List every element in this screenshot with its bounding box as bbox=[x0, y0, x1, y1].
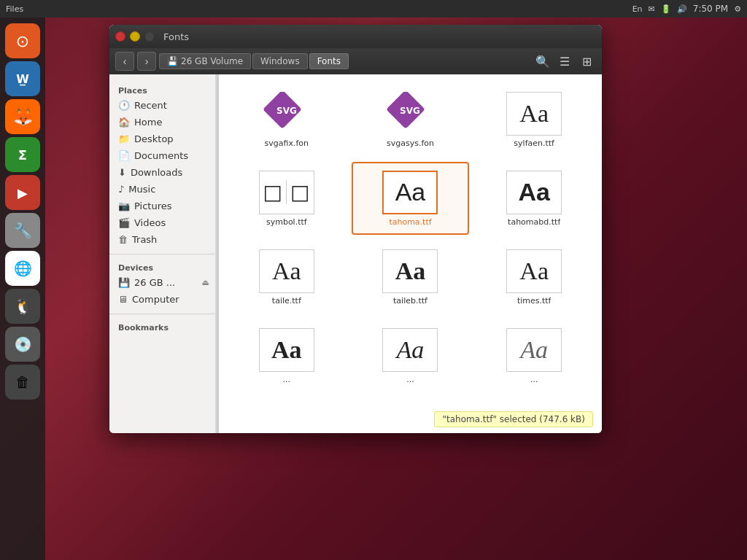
font-preview-tahoma: Aa bbox=[382, 171, 438, 214]
symbol-preview-left: □ bbox=[260, 180, 287, 204]
file-item-svgafix[interactable]: SVG svgafix.fon bbox=[228, 83, 346, 156]
breadcrumb-fonts[interactable]: Fonts bbox=[309, 53, 349, 69]
search-button[interactable]: 🔍 bbox=[533, 52, 552, 71]
file-name-extra3: ... bbox=[530, 375, 538, 384]
toolbar: ‹ › 💾 26 GB Volume Windows Fonts 🔍 ☰ ⊞ bbox=[109, 48, 602, 74]
file-item-extra3[interactable]: Aa ... bbox=[475, 319, 593, 392]
topbar-right: En ✉ 🔋 🔊 7:50 PM ⚙ bbox=[632, 4, 741, 14]
topbar-left: Files bbox=[6, 4, 23, 14]
sidebar-item-downloads[interactable]: ⬇ Downloads bbox=[109, 164, 218, 181]
home-icon: 🏠 bbox=[118, 117, 130, 128]
volume-disk-icon: 💾 bbox=[118, 277, 130, 288]
font-preview-tahomabd: Aa bbox=[506, 171, 562, 214]
sidebar-divider-2 bbox=[109, 314, 218, 314]
sidebar-item-trash[interactable]: 🗑 Trash bbox=[109, 231, 218, 248]
file-item-taile[interactable]: Aa taile.ttf bbox=[228, 241, 346, 314]
forward-button[interactable]: › bbox=[137, 52, 156, 71]
desktop-icon: 📁 bbox=[118, 133, 130, 144]
trash-icon: 🗑 bbox=[118, 234, 128, 245]
sidebar-item-home[interactable]: 🏠 Home bbox=[109, 114, 218, 131]
music-icon: ♪ bbox=[118, 184, 124, 195]
launcher-penguin[interactable]: 🐧 bbox=[5, 289, 40, 324]
file-item-svgasys[interactable]: SVG svgasys.fon bbox=[352, 83, 470, 156]
file-item-tahoma[interactable]: Aa tahoma.ttf bbox=[352, 162, 470, 235]
file-name-svgasys: svgasys.fon bbox=[387, 139, 434, 148]
font-preview-extra3: Aa bbox=[506, 328, 562, 372]
symbol-preview-right: □ bbox=[287, 180, 314, 204]
font-preview-taile: Aa bbox=[259, 249, 314, 293]
file-item-symbol[interactable]: □ □ symbol.ttf bbox=[228, 162, 346, 235]
launcher-writer[interactable]: W̲ bbox=[5, 61, 40, 96]
titlebar: Fonts bbox=[109, 25, 602, 48]
maximize-button[interactable] bbox=[144, 31, 155, 42]
places-section: Places 🕐 Recent 🏠 Home 📁 Desktop 📄 Docum… bbox=[109, 80, 218, 251]
launcher-firefox[interactable]: 🦊 bbox=[5, 99, 40, 134]
close-button[interactable] bbox=[115, 31, 125, 42]
sidebar-resize-handle[interactable] bbox=[215, 74, 218, 433]
fon-icon-svgafix: SVG bbox=[259, 92, 314, 136]
bookmarks-section: Bookmarks bbox=[109, 317, 218, 337]
eject-button[interactable]: ⏏ bbox=[202, 278, 209, 287]
minimize-button[interactable] bbox=[130, 31, 140, 42]
font-preview-extra1: Aa bbox=[259, 328, 314, 372]
breadcrumb-volume[interactable]: 💾 26 GB Volume bbox=[159, 53, 251, 69]
file-name-tahoma: tahoma.ttf bbox=[389, 217, 431, 227]
launcher-tools[interactable]: 🔧 bbox=[5, 213, 40, 248]
keyboard-layout: En bbox=[632, 4, 643, 14]
font-preview-times: Aa bbox=[506, 249, 562, 293]
launcher: ⊙ W̲ 🦊 Σ ▶ 🔧 🌐 🐧 💿 🗑 bbox=[0, 18, 45, 560]
launcher-trash[interactable]: 🗑 bbox=[5, 365, 40, 400]
sidebar-item-computer[interactable]: 🖥 Computer bbox=[109, 291, 218, 308]
svg-text:SVG: SVG bbox=[400, 106, 421, 116]
videos-icon: 🎬 bbox=[118, 217, 130, 228]
file-item-taileb[interactable]: Aa taileb.ttf bbox=[352, 241, 470, 314]
list-view-button[interactable]: ☰ bbox=[555, 52, 574, 71]
top-bar: Files En ✉ 🔋 🔊 7:50 PM ⚙ bbox=[0, 0, 747, 18]
sidebar-item-videos[interactable]: 🎬 Videos bbox=[109, 214, 218, 231]
launcher-chrome[interactable]: 🌐 bbox=[5, 251, 40, 286]
file-item-times[interactable]: Aa times.ttf bbox=[475, 241, 593, 314]
sidebar-divider-1 bbox=[109, 254, 218, 254]
downloads-icon: ⬇ bbox=[118, 167, 126, 178]
sidebar-item-desktop[interactable]: 📁 Desktop bbox=[109, 131, 218, 147]
file-name-sylfaen: sylfaen.ttf bbox=[514, 139, 554, 148]
clock: 7:50 PM bbox=[693, 4, 728, 14]
sidebar-item-recent[interactable]: 🕐 Recent bbox=[109, 97, 218, 114]
launcher-calc[interactable]: Σ bbox=[5, 137, 40, 172]
file-name-extra1: ... bbox=[283, 375, 291, 384]
file-item-extra2[interactable]: Aa ... bbox=[352, 319, 470, 392]
file-item-extra1[interactable]: Aa ... bbox=[228, 319, 346, 392]
grid-view-button[interactable]: ⊞ bbox=[577, 52, 596, 71]
file-name-extra2: ... bbox=[406, 375, 414, 384]
topbar-title: Files bbox=[6, 4, 23, 14]
pictures-icon: 📷 bbox=[118, 201, 130, 211]
file-name-taileb: taileb.ttf bbox=[393, 296, 427, 306]
file-manager-window: Fonts ‹ › 💾 26 GB Volume Windows Fonts 🔍… bbox=[109, 25, 602, 433]
launcher-disk[interactable]: 💿 bbox=[5, 327, 40, 362]
volume-icon: 🔊 bbox=[677, 4, 687, 14]
file-name-symbol: symbol.ttf bbox=[266, 217, 307, 227]
font-preview-taileb: Aa bbox=[382, 249, 438, 293]
volume-icon: 💾 bbox=[167, 56, 178, 66]
file-name-taile: taile.ttf bbox=[272, 296, 301, 306]
file-item-sylfaen[interactable]: Aa sylfaen.ttf bbox=[475, 83, 593, 156]
fon-icon-svgasys: SVG bbox=[382, 92, 438, 136]
breadcrumb: 💾 26 GB Volume Windows Fonts bbox=[159, 53, 530, 69]
file-item-tahomabd[interactable]: Aa tahomabd.ttf bbox=[475, 162, 593, 235]
font-preview-sylfaen: Aa bbox=[506, 92, 562, 136]
breadcrumb-windows[interactable]: Windows bbox=[252, 53, 308, 69]
launcher-ubuntu[interactable]: ⊙ bbox=[5, 23, 40, 58]
content-area: Places 🕐 Recent 🏠 Home 📁 Desktop 📄 Docum… bbox=[109, 74, 602, 433]
back-button[interactable]: ‹ bbox=[115, 52, 134, 71]
window-title: Fonts bbox=[163, 31, 189, 42]
statusbar: "tahoma.ttf" selected (747.6 kB) bbox=[434, 411, 593, 427]
sidebar: Places 🕐 Recent 🏠 Home 📁 Desktop 📄 Docum… bbox=[109, 74, 219, 433]
sidebar-item-26gb[interactable]: 💾 26 GB ... ⏏ bbox=[109, 274, 218, 291]
sidebar-item-pictures[interactable]: 📷 Pictures bbox=[109, 198, 218, 214]
sidebar-item-documents[interactable]: 📄 Documents bbox=[109, 147, 218, 164]
mail-icon: ✉ bbox=[649, 4, 655, 14]
recent-icon: 🕐 bbox=[118, 100, 130, 111]
launcher-impress[interactable]: ▶ bbox=[5, 175, 40, 210]
file-grid: SVG svgafix.fon SVG svgasys.fon Aa bbox=[219, 74, 602, 433]
sidebar-item-music[interactable]: ♪ Music bbox=[109, 181, 218, 198]
